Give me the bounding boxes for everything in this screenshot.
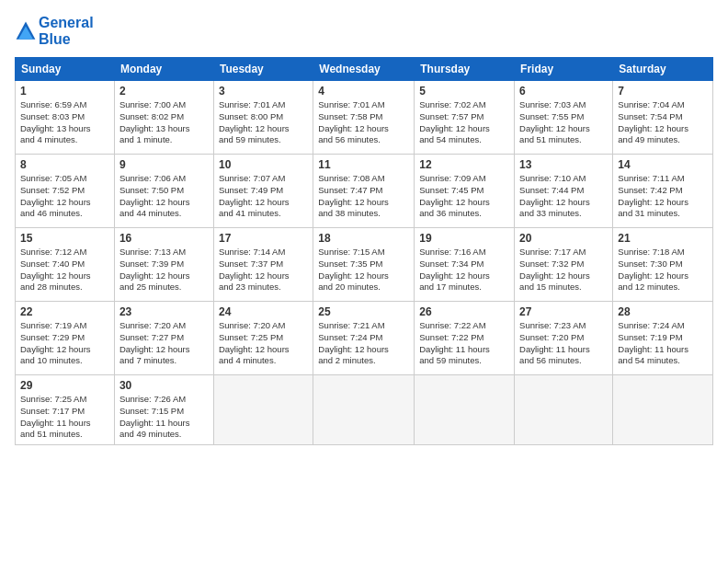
day-number: 28 (618, 305, 708, 318)
col-tuesday: Tuesday (213, 58, 313, 81)
day-number: 15 (20, 232, 109, 245)
table-row (613, 375, 713, 445)
calendar-table: Sunday Monday Tuesday Wednesday Thursday… (15, 57, 713, 445)
logo-text: General Blue (39, 15, 94, 48)
page: General Blue Sunday Monday Tuesday Wedne… (0, 0, 728, 563)
table-row: 23Sunrise: 7:20 AM Sunset: 7:27 PM Dayli… (114, 302, 213, 375)
table-row: 18Sunrise: 7:15 AM Sunset: 7:35 PM Dayli… (313, 228, 415, 302)
logo: General Blue (15, 15, 94, 48)
day-number: 10 (219, 158, 308, 171)
table-row: 14Sunrise: 7:11 AM Sunset: 7:42 PM Dayli… (613, 155, 713, 228)
day-number: 2 (119, 85, 209, 98)
day-number: 13 (519, 158, 608, 171)
table-row (415, 375, 515, 445)
table-row: 22Sunrise: 7:19 AM Sunset: 7:29 PM Dayli… (16, 302, 115, 375)
day-info: Sunrise: 7:07 AM Sunset: 7:49 PM Dayligh… (219, 173, 308, 220)
table-row: 15Sunrise: 7:12 AM Sunset: 7:40 PM Dayli… (16, 228, 115, 302)
day-number: 30 (119, 379, 209, 392)
table-row: 30Sunrise: 7:26 AM Sunset: 7:15 PM Dayli… (114, 375, 213, 445)
day-info: Sunrise: 7:25 AM Sunset: 7:17 PM Dayligh… (20, 394, 109, 441)
day-info: Sunrise: 7:18 AM Sunset: 7:30 PM Dayligh… (618, 247, 708, 293)
day-info: Sunrise: 7:04 AM Sunset: 7:54 PM Dayligh… (618, 99, 708, 146)
day-info: Sunrise: 7:09 AM Sunset: 7:45 PM Dayligh… (419, 173, 509, 220)
calendar-week-row: 29Sunrise: 7:25 AM Sunset: 7:17 PM Dayli… (16, 375, 713, 445)
table-row: 7Sunrise: 7:04 AM Sunset: 7:54 PM Daylig… (613, 81, 713, 155)
day-number: 29 (20, 379, 109, 392)
day-number: 4 (318, 85, 409, 98)
col-sunday: Sunday (16, 58, 115, 81)
day-number: 5 (419, 85, 509, 98)
table-row: 1Sunrise: 6:59 AM Sunset: 8:03 PM Daylig… (16, 81, 115, 155)
day-info: Sunrise: 7:19 AM Sunset: 7:29 PM Dayligh… (20, 320, 109, 367)
day-number: 27 (519, 305, 608, 318)
day-info: Sunrise: 6:59 AM Sunset: 8:03 PM Dayligh… (20, 99, 109, 146)
day-info: Sunrise: 7:01 AM Sunset: 8:00 PM Dayligh… (219, 99, 308, 146)
day-number: 11 (318, 158, 409, 171)
col-wednesday: Wednesday (313, 58, 415, 81)
day-info: Sunrise: 7:13 AM Sunset: 7:39 PM Dayligh… (119, 247, 209, 293)
calendar-week-row: 8Sunrise: 7:05 AM Sunset: 7:52 PM Daylig… (16, 155, 713, 228)
header: General Blue (15, 15, 713, 48)
day-number: 23 (119, 305, 209, 318)
day-number: 24 (219, 305, 308, 318)
day-info: Sunrise: 7:12 AM Sunset: 7:40 PM Dayligh… (20, 247, 109, 293)
day-number: 14 (618, 158, 708, 171)
calendar-week-row: 22Sunrise: 7:19 AM Sunset: 7:29 PM Dayli… (16, 302, 713, 375)
table-row: 11Sunrise: 7:08 AM Sunset: 7:47 PM Dayli… (313, 155, 415, 228)
day-info: Sunrise: 7:23 AM Sunset: 7:20 PM Dayligh… (519, 320, 608, 367)
day-info: Sunrise: 7:14 AM Sunset: 7:37 PM Dayligh… (219, 247, 308, 293)
day-info: Sunrise: 7:16 AM Sunset: 7:34 PM Dayligh… (419, 247, 509, 293)
table-row: 16Sunrise: 7:13 AM Sunset: 7:39 PM Dayli… (114, 228, 213, 302)
day-info: Sunrise: 7:01 AM Sunset: 7:58 PM Dayligh… (318, 99, 409, 146)
day-info: Sunrise: 7:20 AM Sunset: 7:27 PM Dayligh… (119, 320, 209, 367)
day-info: Sunrise: 7:24 AM Sunset: 7:19 PM Dayligh… (618, 320, 708, 367)
day-number: 6 (519, 85, 608, 98)
day-info: Sunrise: 7:20 AM Sunset: 7:25 PM Dayligh… (219, 320, 308, 367)
day-number: 21 (618, 232, 708, 245)
table-row: 27Sunrise: 7:23 AM Sunset: 7:20 PM Dayli… (515, 302, 613, 375)
day-number: 16 (119, 232, 209, 245)
table-row: 21Sunrise: 7:18 AM Sunset: 7:30 PM Dayli… (613, 228, 713, 302)
day-number: 7 (618, 85, 708, 98)
logo-icon (15, 20, 37, 42)
day-info: Sunrise: 7:02 AM Sunset: 7:57 PM Dayligh… (419, 99, 509, 146)
day-number: 18 (318, 232, 409, 245)
day-number: 17 (219, 232, 308, 245)
day-number: 22 (20, 305, 109, 318)
col-friday: Friday (515, 58, 613, 81)
day-number: 26 (419, 305, 509, 318)
table-row: 17Sunrise: 7:14 AM Sunset: 7:37 PM Dayli… (213, 228, 313, 302)
day-number: 19 (419, 232, 509, 245)
col-monday: Monday (114, 58, 213, 81)
table-row (213, 375, 313, 445)
table-row: 25Sunrise: 7:21 AM Sunset: 7:24 PM Dayli… (313, 302, 415, 375)
table-row: 9Sunrise: 7:06 AM Sunset: 7:50 PM Daylig… (114, 155, 213, 228)
table-row: 24Sunrise: 7:20 AM Sunset: 7:25 PM Dayli… (213, 302, 313, 375)
day-number: 1 (20, 85, 109, 98)
table-row: 5Sunrise: 7:02 AM Sunset: 7:57 PM Daylig… (415, 81, 515, 155)
table-row: 19Sunrise: 7:16 AM Sunset: 7:34 PM Dayli… (415, 228, 515, 302)
day-info: Sunrise: 7:10 AM Sunset: 7:44 PM Dayligh… (519, 173, 608, 220)
day-info: Sunrise: 7:17 AM Sunset: 7:32 PM Dayligh… (519, 247, 608, 293)
day-number: 8 (20, 158, 109, 171)
table-row: 8Sunrise: 7:05 AM Sunset: 7:52 PM Daylig… (16, 155, 115, 228)
table-row (515, 375, 613, 445)
day-info: Sunrise: 7:22 AM Sunset: 7:22 PM Dayligh… (419, 320, 509, 367)
col-saturday: Saturday (613, 58, 713, 81)
table-row: 4Sunrise: 7:01 AM Sunset: 7:58 PM Daylig… (313, 81, 415, 155)
day-info: Sunrise: 7:03 AM Sunset: 7:55 PM Dayligh… (519, 99, 608, 146)
day-number: 20 (519, 232, 608, 245)
table-row: 20Sunrise: 7:17 AM Sunset: 7:32 PM Dayli… (515, 228, 613, 302)
table-row: 6Sunrise: 7:03 AM Sunset: 7:55 PM Daylig… (515, 81, 613, 155)
table-row: 10Sunrise: 7:07 AM Sunset: 7:49 PM Dayli… (213, 155, 313, 228)
calendar-header-row: Sunday Monday Tuesday Wednesday Thursday… (16, 58, 713, 81)
day-info: Sunrise: 7:00 AM Sunset: 8:02 PM Dayligh… (119, 99, 209, 146)
day-info: Sunrise: 7:11 AM Sunset: 7:42 PM Dayligh… (618, 173, 708, 220)
day-info: Sunrise: 7:26 AM Sunset: 7:15 PM Dayligh… (119, 394, 209, 441)
table-row: 28Sunrise: 7:24 AM Sunset: 7:19 PM Dayli… (613, 302, 713, 375)
day-number: 12 (419, 158, 509, 171)
table-row (313, 375, 415, 445)
day-number: 3 (219, 85, 308, 98)
day-info: Sunrise: 7:21 AM Sunset: 7:24 PM Dayligh… (318, 320, 409, 367)
day-number: 25 (318, 305, 409, 318)
